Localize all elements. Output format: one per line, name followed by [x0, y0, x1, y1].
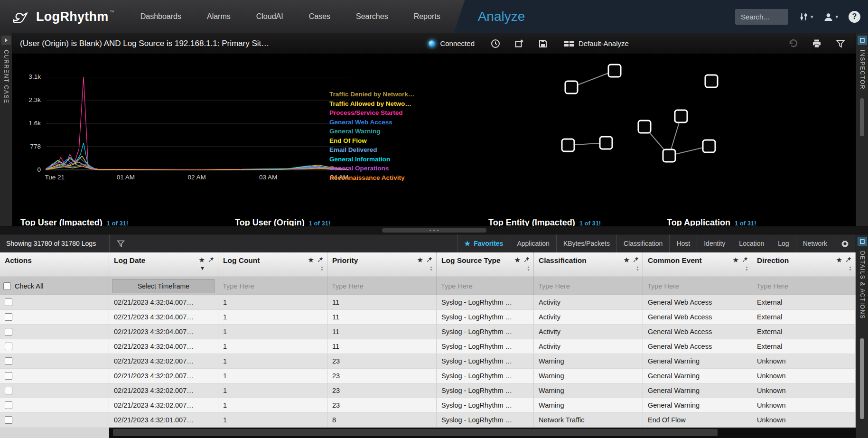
graph-node[interactable]	[705, 75, 718, 87]
row-checkbox[interactable]	[5, 328, 12, 335]
nav-item-searches[interactable]: Searches	[343, 0, 401, 33]
sort-toggle-icon[interactable]: ▲▼	[429, 266, 433, 271]
grid-tab-log[interactable]: Log	[771, 234, 795, 252]
column-header-direction[interactable]: Direction★▲▼	[752, 252, 856, 277]
legend-item[interactable]: General Operations	[329, 164, 414, 173]
filter-input-log-source-type[interactable]	[440, 282, 530, 290]
column-pin-icon[interactable]	[208, 256, 215, 264]
legend-item[interactable]: General Information	[329, 155, 414, 164]
column-pin-icon[interactable]	[427, 256, 433, 264]
inspector-scrollbar-thumb[interactable]	[860, 98, 864, 136]
legend-item[interactable]: Traffic Allowed by Netwo…	[329, 100, 414, 108]
undo-button[interactable]	[788, 39, 798, 48]
logrhythm-logo[interactable]: LogRhythm™	[0, 0, 128, 33]
graph-node[interactable]	[638, 121, 651, 133]
row-checkbox[interactable]	[5, 343, 12, 350]
legend-item[interactable]: Traffic Denied by Network…	[329, 90, 414, 99]
grid-tab-favorites[interactable]: ★Favorites	[457, 234, 510, 252]
row-checkbox[interactable]	[5, 416, 12, 424]
layout-selector[interactable]: Default-Analyze	[564, 39, 629, 48]
row-checkbox[interactable]	[5, 313, 12, 321]
inspector-tab[interactable]: INSPECTOR	[859, 50, 866, 90]
time-range-button[interactable]	[491, 39, 500, 48]
nav-item-cloudai[interactable]: CloudAI	[243, 0, 296, 33]
grid-tab-host[interactable]: Host	[669, 234, 697, 252]
filter-input-common-event[interactable]	[646, 282, 748, 290]
column-favorite-star-icon[interactable]: ★	[624, 257, 630, 263]
legend-item[interactable]: Reconnaissance Activity	[329, 174, 414, 182]
tab-analyze[interactable]: Analyze	[478, 9, 525, 24]
column-header-log-source-type[interactable]: Log Source Type★▲▼	[437, 252, 534, 277]
sort-toggle-icon[interactable]: ▲▼	[636, 266, 639, 271]
inspector-expand-button[interactable]	[858, 36, 867, 45]
graph-node[interactable]	[608, 65, 621, 77]
help-button[interactable]: ?	[849, 11, 860, 23]
check-all-checkbox[interactable]	[3, 282, 11, 290]
graph-node[interactable]	[675, 110, 687, 122]
table-row[interactable]: 02/21/2023 4:32:04.007…111Syslog - LogRh…	[0, 295, 856, 310]
grid-tab-identity[interactable]: Identity	[697, 234, 732, 252]
legend-item[interactable]: Process/Service Started	[329, 109, 414, 117]
filter-input-classification[interactable]	[537, 282, 639, 290]
table-row[interactable]: 02/21/2023 4:32:04.007…111Syslog - LogRh…	[0, 325, 856, 339]
graph-node[interactable]	[663, 149, 675, 162]
table-row[interactable]: 02/21/2023 4:32:02.007…123Syslog - LogRh…	[0, 383, 856, 398]
display-options-button[interactable]: ▾	[799, 12, 813, 22]
details-actions-expand-button[interactable]	[858, 237, 867, 246]
graph-node[interactable]	[600, 137, 612, 149]
horizontal-scrollbar-thumb[interactable]	[113, 429, 718, 436]
column-header-priority[interactable]: Priority★▲▼	[327, 252, 437, 277]
table-row[interactable]: 02/21/2023 4:32:02.007…123Syslog - LogRh…	[0, 369, 856, 383]
grid-settings-button[interactable]	[834, 234, 856, 252]
horizontal-scrollbar[interactable]	[109, 428, 856, 438]
current-case-tab[interactable]: CURRENT CASE	[3, 50, 9, 104]
table-row[interactable]: 02/21/2023 4:32:01.007…18Syslog - LogRhy…	[0, 413, 856, 428]
grid-tab-kbytes-packets[interactable]: KBytes/Packets	[556, 234, 616, 252]
graph-node[interactable]	[703, 140, 715, 152]
filter-button[interactable]	[836, 39, 845, 48]
row-checkbox[interactable]	[5, 357, 12, 365]
grid-tab-location[interactable]: Location	[732, 234, 771, 252]
table-row[interactable]: 02/21/2023 4:32:02.007…123Syslog - LogRh…	[0, 398, 856, 413]
row-checkbox[interactable]	[5, 298, 12, 306]
nav-item-alarms[interactable]: Alarms	[194, 0, 243, 33]
column-favorite-star-icon[interactable]: ★	[199, 257, 205, 263]
filter-input-priority[interactable]	[331, 282, 433, 290]
sort-toggle-icon[interactable]: ▲▼	[849, 266, 852, 271]
column-pin-icon[interactable]	[633, 256, 639, 264]
grid-tab-application[interactable]: Application	[510, 234, 556, 252]
column-favorite-star-icon[interactable]: ★	[417, 257, 423, 263]
filter-input-log-count[interactable]	[222, 282, 324, 290]
column-favorite-star-icon[interactable]: ★	[836, 257, 842, 263]
current-case-expand-button[interactable]	[1, 36, 11, 45]
table-row[interactable]: 02/21/2023 4:32:04.007…111Syslog - LogRh…	[0, 310, 856, 325]
details-actions-tab[interactable]: DETAILS & ACTIONS	[859, 251, 866, 319]
column-header-log-count[interactable]: Log Count★▲▼	[218, 252, 327, 277]
sort-toggle-icon[interactable]: ▲▼	[527, 266, 530, 271]
table-row[interactable]: 02/21/2023 4:32:02.007…123Syslog - LogRh…	[0, 354, 856, 369]
column-favorite-star-icon[interactable]: ★	[514, 257, 521, 263]
column-header-actions[interactable]: Actions	[0, 252, 109, 277]
row-checkbox[interactable]	[5, 372, 12, 380]
search-input[interactable]	[735, 9, 788, 25]
legend-item[interactable]: General Warning	[329, 127, 414, 136]
graph-node[interactable]	[565, 81, 578, 93]
column-favorite-star-icon[interactable]: ★	[308, 257, 314, 263]
column-pin-icon[interactable]	[846, 256, 852, 264]
column-pin-icon[interactable]	[317, 256, 324, 264]
grid-tab-classification[interactable]: Classification	[616, 234, 669, 252]
grid-tab-network[interactable]: Network	[796, 234, 834, 252]
row-checkbox[interactable]	[5, 401, 12, 409]
column-header-classification[interactable]: Classification★▲▼	[534, 252, 643, 277]
row-checkbox[interactable]	[5, 387, 12, 394]
column-pin-icon[interactable]	[742, 256, 748, 264]
nav-item-dashboards[interactable]: Dashboards	[128, 0, 194, 33]
graph-node[interactable]	[562, 139, 574, 151]
filter-input-direction[interactable]	[756, 282, 852, 290]
user-menu-button[interactable]: ▾	[823, 12, 838, 22]
legend-item[interactable]: General Web Access	[329, 118, 414, 127]
save-search-button[interactable]	[538, 39, 548, 48]
nav-item-cases[interactable]: Cases	[296, 0, 343, 33]
column-favorite-star-icon[interactable]: ★	[733, 257, 739, 263]
legend-item[interactable]: Email Delivered	[329, 146, 414, 154]
